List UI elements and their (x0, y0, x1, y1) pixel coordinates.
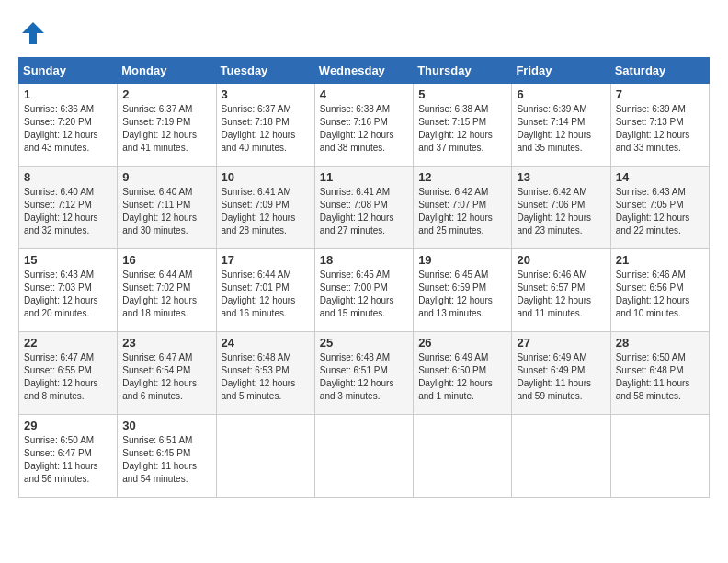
calendar-cell: 7Sunrise: 6:39 AMSunset: 7:13 PMDaylight… (610, 84, 709, 167)
day-number: 7 (616, 87, 704, 101)
day-number: 18 (320, 253, 408, 267)
day-number: 6 (517, 87, 605, 101)
day-info: Sunrise: 6:39 AMSunset: 7:13 PMDaylight:… (616, 103, 704, 155)
day-number: 27 (517, 336, 605, 350)
day-number: 10 (222, 170, 310, 184)
calendar-week-2: 8Sunrise: 6:40 AMSunset: 7:12 PMDaylight… (19, 167, 710, 249)
day-number: 1 (24, 87, 112, 101)
day-number: 2 (122, 87, 210, 101)
column-header-tuesday: Tuesday (216, 58, 314, 84)
calendar-cell: 8Sunrise: 6:40 AMSunset: 7:12 PMDaylight… (19, 167, 118, 249)
calendar-cell: 17Sunrise: 6:44 AMSunset: 7:01 PMDayligh… (216, 249, 314, 332)
header-row: SundayMondayTuesdayWednesdayThursdayFrid… (19, 58, 710, 84)
day-info: Sunrise: 6:37 AMSunset: 7:19 PMDaylight:… (122, 103, 210, 155)
day-info: Sunrise: 6:44 AMSunset: 7:01 PMDaylight:… (222, 269, 310, 320)
calendar-cell: 4Sunrise: 6:38 AMSunset: 7:16 PMDaylight… (314, 84, 413, 167)
column-header-monday: Monday (118, 58, 216, 84)
calendar-cell: 11Sunrise: 6:41 AMSunset: 7:08 PMDayligh… (314, 167, 413, 249)
calendar-cell: 12Sunrise: 6:42 AMSunset: 7:07 PMDayligh… (414, 167, 512, 249)
column-header-sunday: Sunday (19, 58, 118, 84)
day-info: Sunrise: 6:41 AMSunset: 7:08 PMDaylight:… (320, 186, 408, 237)
calendar-cell (216, 415, 314, 498)
day-info: Sunrise: 6:47 AMSunset: 6:55 PMDaylight:… (24, 351, 112, 403)
day-number: 11 (320, 170, 408, 184)
day-info: Sunrise: 6:48 AMSunset: 6:53 PMDaylight:… (222, 351, 310, 403)
calendar-cell: 22Sunrise: 6:47 AMSunset: 6:55 PMDayligh… (19, 332, 118, 415)
day-number: 20 (517, 253, 605, 267)
calendar-cell: 3Sunrise: 6:37 AMSunset: 7:18 PMDaylight… (216, 84, 314, 167)
day-number: 25 (320, 336, 408, 350)
calendar-cell: 9Sunrise: 6:40 AMSunset: 7:11 PMDaylight… (118, 167, 216, 249)
calendar-cell: 10Sunrise: 6:41 AMSunset: 7:09 PMDayligh… (216, 167, 314, 249)
day-info: Sunrise: 6:37 AMSunset: 7:18 PMDaylight:… (222, 103, 310, 155)
calendar-cell: 30Sunrise: 6:51 AMSunset: 6:45 PMDayligh… (118, 415, 216, 498)
calendar-cell (610, 415, 709, 498)
day-number: 30 (122, 419, 210, 432)
day-info: Sunrise: 6:42 AMSunset: 7:06 PMDaylight:… (517, 186, 605, 237)
day-number: 22 (24, 336, 112, 350)
calendar-cell: 21Sunrise: 6:46 AMSunset: 6:56 PMDayligh… (610, 249, 709, 332)
calendar-week-5: 29Sunrise: 6:50 AMSunset: 6:47 PMDayligh… (19, 415, 710, 498)
day-number: 5 (418, 87, 506, 101)
day-info: Sunrise: 6:48 AMSunset: 6:51 PMDaylight:… (320, 351, 408, 403)
column-header-friday: Friday (512, 58, 610, 84)
calendar-cell (414, 415, 512, 498)
calendar-week-1: 1Sunrise: 6:36 AMSunset: 7:20 PMDaylight… (19, 84, 710, 167)
calendar-cell: 15Sunrise: 6:43 AMSunset: 7:03 PMDayligh… (19, 249, 118, 332)
day-info: Sunrise: 6:45 AMSunset: 6:59 PMDaylight:… (418, 269, 506, 320)
column-header-wednesday: Wednesday (314, 58, 413, 84)
calendar-cell: 25Sunrise: 6:48 AMSunset: 6:51 PMDayligh… (314, 332, 413, 415)
svg-marker-0 (22, 22, 44, 44)
calendar-cell: 18Sunrise: 6:45 AMSunset: 7:00 PMDayligh… (314, 249, 413, 332)
day-number: 4 (320, 87, 408, 101)
day-info: Sunrise: 6:50 AMSunset: 6:47 PMDaylight:… (24, 434, 112, 486)
day-number: 12 (418, 170, 506, 184)
calendar-cell: 27Sunrise: 6:49 AMSunset: 6:49 PMDayligh… (512, 332, 610, 415)
day-info: Sunrise: 6:46 AMSunset: 6:56 PMDaylight:… (616, 269, 704, 320)
day-number: 21 (616, 253, 704, 267)
calendar-cell: 24Sunrise: 6:48 AMSunset: 6:53 PMDayligh… (216, 332, 314, 415)
column-header-saturday: Saturday (610, 58, 709, 84)
day-info: Sunrise: 6:49 AMSunset: 6:50 PMDaylight:… (418, 351, 506, 403)
day-number: 29 (24, 419, 112, 432)
day-info: Sunrise: 6:38 AMSunset: 7:16 PMDaylight:… (320, 103, 408, 155)
day-info: Sunrise: 6:50 AMSunset: 6:48 PMDaylight:… (616, 351, 704, 403)
calendar-cell: 5Sunrise: 6:38 AMSunset: 7:15 PMDaylight… (414, 84, 512, 167)
day-number: 19 (418, 253, 506, 267)
logo-icon (18, 18, 48, 48)
day-number: 13 (517, 170, 605, 184)
day-info: Sunrise: 6:40 AMSunset: 7:12 PMDaylight:… (24, 186, 112, 237)
calendar-cell: 16Sunrise: 6:44 AMSunset: 7:02 PMDayligh… (118, 249, 216, 332)
day-info: Sunrise: 6:49 AMSunset: 6:49 PMDaylight:… (517, 351, 605, 403)
day-number: 23 (122, 336, 210, 350)
day-number: 28 (616, 336, 704, 350)
calendar-cell: 28Sunrise: 6:50 AMSunset: 6:48 PMDayligh… (610, 332, 709, 415)
day-number: 26 (418, 336, 506, 350)
calendar-week-3: 15Sunrise: 6:43 AMSunset: 7:03 PMDayligh… (19, 249, 710, 332)
day-info: Sunrise: 6:40 AMSunset: 7:11 PMDaylight:… (122, 186, 210, 237)
day-info: Sunrise: 6:42 AMSunset: 7:07 PMDaylight:… (418, 186, 506, 237)
day-number: 16 (122, 253, 210, 267)
day-info: Sunrise: 6:46 AMSunset: 6:57 PMDaylight:… (517, 269, 605, 320)
calendar-cell: 29Sunrise: 6:50 AMSunset: 6:47 PMDayligh… (19, 415, 118, 498)
calendar-cell: 26Sunrise: 6:49 AMSunset: 6:50 PMDayligh… (414, 332, 512, 415)
day-number: 9 (122, 170, 210, 184)
day-number: 14 (616, 170, 704, 184)
day-info: Sunrise: 6:38 AMSunset: 7:15 PMDaylight:… (418, 103, 506, 155)
day-info: Sunrise: 6:39 AMSunset: 7:14 PMDaylight:… (517, 103, 605, 155)
logo (18, 18, 51, 48)
page-header (18, 18, 710, 48)
day-info: Sunrise: 6:43 AMSunset: 7:05 PMDaylight:… (616, 186, 704, 237)
day-number: 24 (222, 336, 310, 350)
day-number: 17 (222, 253, 310, 267)
day-info: Sunrise: 6:36 AMSunset: 7:20 PMDaylight:… (24, 103, 112, 155)
calendar-cell (512, 415, 610, 498)
day-info: Sunrise: 6:51 AMSunset: 6:45 PMDaylight:… (122, 434, 210, 486)
calendar-cell: 14Sunrise: 6:43 AMSunset: 7:05 PMDayligh… (610, 167, 709, 249)
calendar-cell: 1Sunrise: 6:36 AMSunset: 7:20 PMDaylight… (19, 84, 118, 167)
calendar-week-4: 22Sunrise: 6:47 AMSunset: 6:55 PMDayligh… (19, 332, 710, 415)
calendar-cell: 6Sunrise: 6:39 AMSunset: 7:14 PMDaylight… (512, 84, 610, 167)
calendar-cell: 23Sunrise: 6:47 AMSunset: 6:54 PMDayligh… (118, 332, 216, 415)
day-info: Sunrise: 6:41 AMSunset: 7:09 PMDaylight:… (222, 186, 310, 237)
column-header-thursday: Thursday (414, 58, 512, 84)
